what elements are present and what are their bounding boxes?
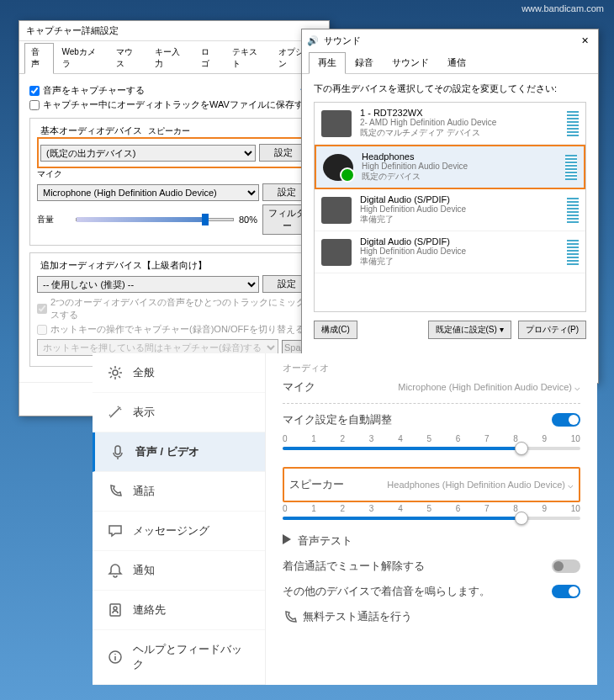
- free-test-call-row[interactable]: 無料テスト通話を行う: [283, 604, 580, 630]
- skype-mic-label: マイク: [283, 379, 315, 395]
- sound-test-row[interactable]: 音声テスト: [283, 528, 580, 554]
- device-item-headphones[interactable]: HeadphonesHigh Definition Audio Device既定…: [315, 145, 585, 189]
- monitor-icon: [321, 110, 352, 137]
- chat-icon: [108, 523, 123, 538]
- level-meter: [567, 111, 579, 136]
- headphones-icon: [323, 154, 353, 181]
- volume-percent: 80%: [239, 215, 257, 225]
- sound-title: サウンド: [324, 34, 361, 47]
- group-additional-audio: 追加オーディオデバイス【上級者向け】 -- 使用しない (推奨) -- 設定 2…: [29, 252, 319, 367]
- nav-messaging[interactable]: メッセージング: [93, 512, 265, 551]
- bandicam-title: キャプチャー詳細設定: [19, 21, 329, 41]
- skype-speaker-device[interactable]: Headphones (High Definition Audio Device…: [387, 480, 574, 491]
- mic-ticks: 012345678910: [283, 434, 580, 443]
- wand-icon: [108, 405, 123, 420]
- additional-device-select[interactable]: -- 使用しない (推奨) --: [37, 276, 259, 293]
- mute-incoming-label: 着信通話でミュート解除する: [283, 559, 425, 574]
- tab-playback[interactable]: 再生: [309, 52, 346, 74]
- nav-contacts[interactable]: 連絡先: [93, 591, 265, 630]
- tab-webcam[interactable]: Webカメラ: [56, 43, 109, 73]
- phone-icon: [283, 610, 298, 625]
- properties-button[interactable]: プロパティ(P): [518, 321, 586, 339]
- speaker-icon: 🔊: [307, 35, 319, 46]
- phone-icon: [108, 484, 123, 499]
- device-list: 1 - RDT232WX2- AMD High Definition Audio…: [314, 102, 586, 312]
- skype-speaker-label: スピーカー: [289, 477, 344, 492]
- mic-icon: [110, 444, 125, 459]
- group-basic-audio: 基本オーディオデバイス スピーカー (既定の出力デバイス) 設定 マイク Mic…: [29, 118, 319, 246]
- chk-hotkey: ホットキーの操作でキャプチャー(録音)ON/OFFを切り替える: [37, 323, 311, 336]
- level-meter: [565, 155, 577, 180]
- speaker-select[interactable]: (既定の出力デバイス): [40, 145, 256, 162]
- mic-label: マイク: [37, 169, 62, 178]
- tab-key[interactable]: キー入力: [148, 43, 193, 73]
- sound-tabs: 再生 録音 サウンド 通信: [302, 52, 598, 74]
- auto-adjust-label: マイク設定を自動調整: [283, 412, 392, 427]
- skype-nav: 全般 表示 音声 / ビデオ 通話 メッセージング 通知 連絡先 ヘルプとフィー…: [93, 353, 266, 685]
- nav-calling[interactable]: 通話: [93, 472, 265, 512]
- mic-slider[interactable]: [283, 447, 580, 450]
- nav-help[interactable]: ヘルプとフィードバック: [93, 630, 265, 685]
- tab-sounds[interactable]: サウンド: [383, 52, 438, 73]
- ring-other-toggle[interactable]: [552, 585, 580, 598]
- skype-settings: 全般 表示 音声 / ビデオ 通話 メッセージング 通知 連絡先 ヘルプとフィー…: [93, 353, 597, 685]
- speaker-ticks: 012345678910: [283, 504, 580, 513]
- sound-dialog: 🔊 サウンド ✕ 再生 録音 サウンド 通信 下の再生デバイスを選択してその設定…: [301, 29, 599, 384]
- tab-text[interactable]: テキスト: [225, 43, 270, 73]
- audio-header: オーディオ: [283, 362, 580, 374]
- bell-icon: [108, 563, 123, 578]
- contacts-icon: [108, 602, 123, 618]
- chk-wav[interactable]: キャプチャー中にオーディオトラックをWAVファイルに保存する: [29, 98, 319, 111]
- nav-appearance[interactable]: 表示: [93, 393, 265, 432]
- svg-point-3: [114, 607, 117, 610]
- chk-mix: 2つのオーディオデバイスの音声をひとつのトラックにミックスする: [37, 296, 311, 321]
- spdif-icon: [321, 197, 352, 224]
- speaker-label: スピーカー: [148, 126, 190, 135]
- info-icon: [108, 650, 123, 665]
- set-default-button[interactable]: 既定値に設定(S) ▾: [428, 321, 511, 339]
- mute-incoming-toggle[interactable]: [552, 559, 580, 573]
- tab-mouse[interactable]: マウス: [109, 43, 146, 73]
- nav-audio-video[interactable]: 音声 / ビデオ: [93, 432, 265, 472]
- volume-label: 音量: [37, 214, 71, 225]
- device-item[interactable]: Digital Audio (S/PDIF)High Definition Au…: [315, 189, 585, 231]
- speaker-slider[interactable]: [283, 517, 580, 520]
- close-button[interactable]: ✕: [576, 35, 593, 46]
- configure-button[interactable]: 構成(C): [314, 321, 357, 339]
- level-meter: [567, 198, 579, 223]
- chk-capture-audio[interactable]: 音声をキャプチャーする: [29, 84, 300, 97]
- level-meter: [567, 240, 579, 265]
- tab-recording[interactable]: 録音: [346, 52, 383, 73]
- skype-mic-device[interactable]: Microphone (High Definition Audio Device…: [398, 382, 580, 393]
- bandicam-tabs: 音声 Webカメラ マウス キー入力 ロゴ テキスト オプション: [19, 41, 329, 74]
- device-item[interactable]: Digital Audio (S/PDIF)High Definition Au…: [315, 231, 585, 273]
- play-icon: [283, 534, 291, 544]
- tab-comm[interactable]: 通信: [438, 52, 475, 73]
- ring-other-label: その他のデバイスで着信音を鳴らします。: [283, 584, 490, 599]
- volume-slider[interactable]: [76, 218, 234, 221]
- gear-icon: [108, 365, 123, 380]
- svg-rect-1: [115, 446, 120, 454]
- nav-general[interactable]: 全般: [93, 353, 265, 393]
- nav-notifications[interactable]: 通知: [93, 551, 265, 591]
- tab-logo[interactable]: ロゴ: [194, 43, 224, 73]
- watermark: www.bandicam.com: [521, 3, 604, 13]
- svg-point-0: [113, 370, 118, 375]
- spdif-icon: [321, 239, 352, 266]
- tab-audio[interactable]: 音声: [24, 43, 54, 74]
- auto-adjust-toggle[interactable]: [552, 413, 580, 427]
- device-item[interactable]: 1 - RDT232WX2- AMD High Definition Audio…: [315, 103, 585, 145]
- sound-hint: 下の再生デバイスを選択してその設定を変更してください:: [314, 82, 586, 95]
- mic-select[interactable]: Microphone (High Definition Audio Device…: [37, 184, 259, 201]
